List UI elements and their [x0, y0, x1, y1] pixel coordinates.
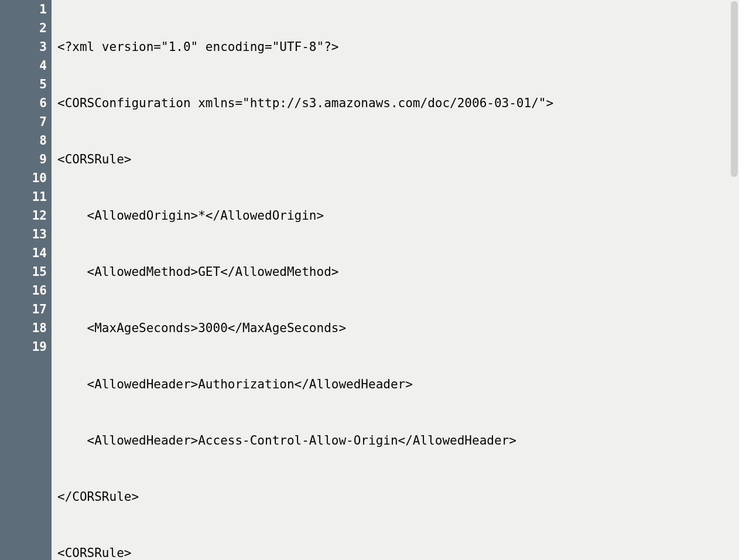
line-number: 19	[0, 337, 47, 356]
line-number: 7	[0, 112, 47, 131]
scrollbar-thumb[interactable]	[731, 1, 738, 177]
line-number: 8	[0, 131, 47, 150]
line-number: 14	[0, 244, 47, 262]
code-area[interactable]: <?xml version="1.0" encoding="UTF-8"?> <…	[52, 0, 739, 560]
line-number-gutter: 1 2 3 4 5 6 7 8 9 10 11 12 13 14 15 16 1…	[0, 0, 52, 560]
code-line[interactable]: <AllowedMethod>GET</AllowedMethod>	[57, 262, 739, 281]
code-line[interactable]: <AllowedHeader>Access-Control-Allow-Orig…	[57, 431, 739, 450]
line-number: 15	[0, 262, 47, 281]
line-number: 10	[0, 169, 47, 187]
code-line[interactable]: <MaxAgeSeconds>3000</MaxAgeSeconds>	[57, 319, 739, 337]
code-line[interactable]: <?xml version="1.0" encoding="UTF-8"?>	[57, 37, 739, 56]
code-line[interactable]: <CORSRule>	[57, 150, 739, 169]
line-number: 6	[0, 94, 47, 112]
line-number: 5	[0, 75, 47, 94]
line-number: 11	[0, 187, 47, 206]
line-number: 13	[0, 225, 47, 244]
code-line[interactable]: <AllowedOrigin>*</AllowedOrigin>	[57, 206, 739, 225]
line-number: 17	[0, 300, 47, 319]
line-number: 12	[0, 206, 47, 225]
line-number: 16	[0, 281, 47, 300]
line-number: 9	[0, 150, 47, 169]
line-number: 1	[0, 0, 47, 19]
code-line[interactable]: <CORSConfiguration xmlns="http://s3.amaz…	[57, 94, 739, 112]
line-number: 18	[0, 319, 47, 337]
line-number: 3	[0, 37, 47, 56]
vertical-scrollbar[interactable]	[730, 0, 739, 560]
line-number: 4	[0, 56, 47, 75]
code-line[interactable]: <CORSRule>	[57, 544, 739, 560]
code-line[interactable]: <AllowedHeader>Authorization</AllowedHea…	[57, 375, 739, 394]
code-line[interactable]: </CORSRule>	[57, 487, 739, 506]
line-number: 2	[0, 19, 47, 37]
code-editor[interactable]: 1 2 3 4 5 6 7 8 9 10 11 12 13 14 15 16 1…	[0, 0, 739, 560]
